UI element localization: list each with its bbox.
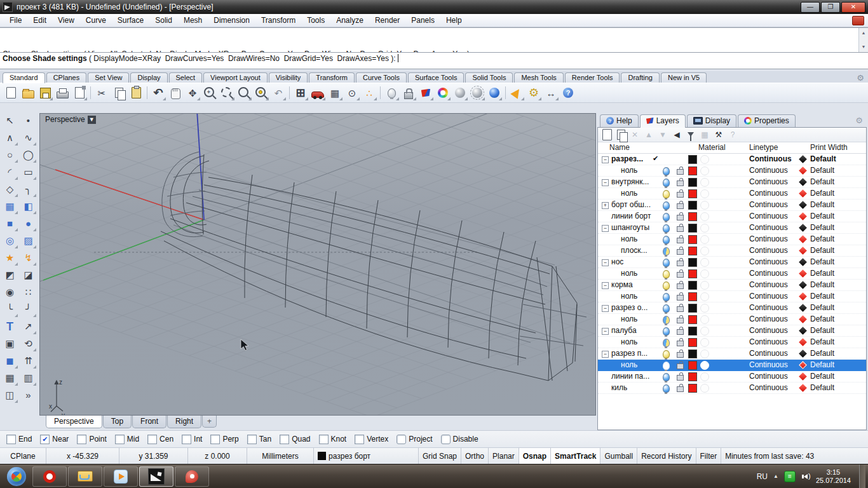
layer-material-ball[interactable]: [700, 247, 709, 255]
volume-icon[interactable]: [801, 474, 808, 479]
layer-color-swatch[interactable]: [688, 292, 697, 301]
panel-tab-properties[interactable]: Properties: [738, 114, 796, 127]
render-button[interactable]: [435, 85, 451, 101]
menu-transform[interactable]: Transform: [255, 15, 301, 26]
language-indicator[interactable]: RU: [757, 472, 768, 481]
osnap-item-near[interactable]: ✔Near: [40, 435, 69, 444]
rotate-view-button[interactable]: ✥: [184, 85, 201, 101]
layer-visibility-bulb-icon[interactable]: [663, 384, 670, 393]
toggle-record-history[interactable]: Record History: [637, 448, 696, 464]
layer-lock-icon[interactable]: [677, 329, 684, 335]
layer-color-swatch[interactable]: [688, 269, 697, 278]
layer-help-button[interactable]: ?: [728, 130, 738, 140]
menu-analyze[interactable]: Analyze: [330, 15, 369, 26]
surface-from-points-button[interactable]: ▦: [1, 198, 18, 215]
menu-edit[interactable]: Edit: [27, 15, 52, 26]
osnap-item-perp[interactable]: Perp: [210, 435, 238, 444]
layer-linetype[interactable]: Continuous: [749, 223, 788, 232]
layer-visibility-bulb-icon[interactable]: [663, 339, 670, 347]
layer-material-ball[interactable]: [700, 201, 709, 210]
toggle-ortho[interactable]: Ortho: [461, 448, 489, 464]
layer-color-swatch[interactable]: [688, 349, 697, 358]
move-button[interactable]: ↗: [20, 318, 37, 335]
layer-visibility-bulb-icon[interactable]: [663, 373, 670, 381]
viewport-menu-caret-icon[interactable]: ▼: [88, 116, 96, 124]
arc-button[interactable]: ◜: [1, 163, 18, 180]
toolbar-tab-surface-tools[interactable]: Surface Tools: [408, 72, 464, 83]
rendered-viewport-button[interactable]: [486, 85, 503, 101]
layer-linetype[interactable]: Continuous: [749, 303, 788, 312]
layer-color-swatch[interactable]: [688, 224, 697, 233]
osnap-checkbox-project[interactable]: [397, 435, 406, 444]
mesh-surface-button[interactable]: ▨: [20, 232, 37, 249]
layer-material-ball[interactable]: [700, 178, 709, 187]
move-layer-up-button[interactable]: ▲: [644, 130, 654, 140]
layer-color-swatch[interactable]: [688, 189, 697, 198]
layer-material-ball[interactable]: [700, 315, 709, 324]
layer-linetype[interactable]: Continuous: [749, 280, 788, 289]
duplicate-layer-button[interactable]: [616, 130, 626, 140]
menu-panels[interactable]: Panels: [405, 15, 440, 26]
layer-lock-icon[interactable]: [677, 192, 684, 198]
punto-switcher-icon[interactable]: ≡: [784, 471, 796, 482]
layer-print-width[interactable]: Default: [810, 223, 834, 232]
layer-color-swatch[interactable]: [688, 212, 697, 221]
osnap-item-point[interactable]: Point: [77, 435, 106, 444]
layer-table-button[interactable]: ▦: [700, 130, 710, 140]
layer-visibility-bulb-icon[interactable]: [663, 259, 670, 267]
layer-row-разрез-п[interactable]: −разрез п...ContinuousDefault: [598, 348, 866, 360]
layer-material-ball[interactable]: [700, 235, 709, 244]
boolean-union-button[interactable]: ◼: [1, 352, 18, 369]
more-tools-button[interactable]: »: [20, 386, 37, 403]
toggle-planar[interactable]: Planar: [489, 448, 519, 464]
panel-tab-layers[interactable]: Layers: [640, 114, 686, 128]
toolbar-tab-transform[interactable]: Transform: [309, 72, 355, 83]
layer-row-ноль[interactable]: нольContinuousDefault: [598, 188, 866, 200]
layer-linetype[interactable]: Continuous: [749, 177, 788, 186]
menu-solid[interactable]: Solid: [149, 15, 178, 26]
command-history-scrollbar[interactable]: ▲ ▼: [858, 28, 868, 52]
layer-lock-icon[interactable]: [677, 318, 684, 323]
layer-lock-icon[interactable]: [677, 226, 684, 232]
menu-mesh[interactable]: Mesh: [178, 15, 208, 26]
adjust-end-bulge-button[interactable]: ╯: [20, 301, 37, 318]
viewport-tab-right[interactable]: Right: [167, 416, 201, 428]
point-button[interactable]: •: [20, 112, 37, 129]
layer-linetype[interactable]: Continuous: [749, 246, 788, 255]
layer-color-swatch[interactable]: [688, 281, 697, 290]
layer-row-корма[interactable]: −кормаContinuousDefault: [598, 280, 866, 291]
layer-row-ноль[interactable]: нольContinuousDefault: [598, 291, 866, 302]
menu-view[interactable]: View: [52, 15, 80, 26]
layer-visibility-bulb-icon[interactable]: [663, 327, 670, 336]
column-header-print-width[interactable]: Print Width: [810, 143, 848, 152]
layer-linetype[interactable]: Continuous: [749, 234, 788, 243]
cplane-pane[interactable]: CPlane: [0, 448, 46, 464]
layer-print-width[interactable]: Default: [810, 246, 834, 255]
lights-button[interactable]: [383, 85, 400, 101]
undo-button[interactable]: ↶: [150, 85, 166, 101]
toolbar-tab-mesh-tools[interactable]: Mesh Tools: [514, 72, 563, 83]
viewport-tab-add[interactable]: +: [202, 416, 217, 428]
layer-lock-icon[interactable]: [677, 352, 684, 358]
maximize-button[interactable]: ❐: [821, 2, 840, 13]
layer-row-плоск[interactable]: плоск...ContinuousDefault: [598, 245, 866, 257]
layer-row-нос[interactable]: −носContinuousDefault: [598, 257, 866, 268]
expand-collapse-icon[interactable]: −: [602, 282, 609, 289]
layer-print-width[interactable]: Default: [810, 212, 834, 220]
layer-visibility-bulb-icon[interactable]: [663, 293, 670, 301]
viewport-tab-front[interactable]: Front: [132, 416, 166, 428]
layer-linetype[interactable]: Continuous: [749, 166, 788, 175]
layer-print-width[interactable]: Default: [810, 315, 834, 323]
osnap-item-tan[interactable]: Tan: [247, 435, 271, 444]
help-button[interactable]: ?: [560, 85, 576, 101]
expand-collapse-icon[interactable]: −: [602, 225, 609, 232]
blend-curve-button[interactable]: ╰: [1, 301, 18, 318]
document-close-button[interactable]: [852, 16, 864, 25]
layer-material-ball[interactable]: [700, 361, 709, 370]
layer-tools-button[interactable]: ⚒: [714, 130, 724, 140]
box-button[interactable]: ■: [1, 215, 18, 232]
layer-row-ноль[interactable]: нольContinuousDefault: [598, 337, 866, 348]
layer-row-шпангоуты[interactable]: −шпангоутыContinuousDefault: [598, 222, 866, 234]
layer-row-ноль[interactable]: нольContinuousDefault: [598, 360, 866, 371]
layer-material-ball[interactable]: [700, 269, 709, 278]
